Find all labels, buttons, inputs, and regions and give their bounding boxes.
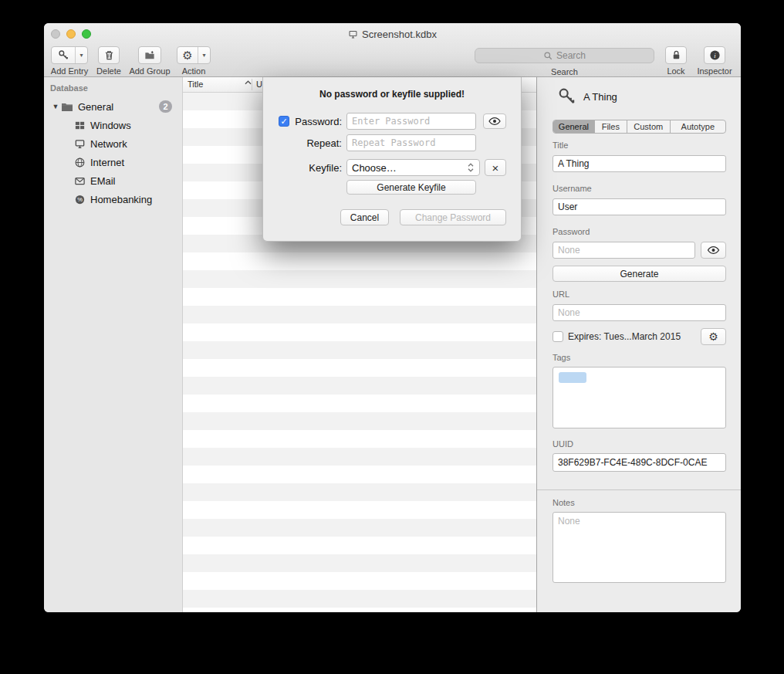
coin-icon: % (73, 193, 86, 205)
folder-plus-icon (144, 49, 156, 61)
sidebar-item-email[interactable]: EMail (44, 171, 182, 190)
toolbar-lock: Lock (654, 46, 698, 76)
tab-general[interactable]: General (553, 120, 595, 133)
lock-label: Lock (667, 66, 684, 76)
sidebar-item-label: EMail (90, 175, 116, 187)
inspector-divider (537, 489, 741, 490)
inspector-tabs: General Files Custom Autotype (553, 120, 726, 134)
title-field[interactable] (553, 155, 726, 172)
tags-box[interactable] (553, 367, 726, 428)
group-label: General (78, 101, 113, 113)
envelope-icon (73, 174, 86, 187)
toolbar-delete: Delete (93, 46, 125, 76)
cancel-button[interactable]: Cancel (340, 209, 389, 225)
add-group-button[interactable] (138, 46, 161, 64)
expires-label: Expires: Tues...March 2015 (568, 331, 681, 342)
action-label: Action (182, 66, 206, 76)
sidebar-item-internet[interactable]: Internet (44, 153, 182, 171)
monitor-icon (73, 137, 86, 150)
gear-icon: ⚙ (177, 47, 198, 63)
change-password-button[interactable]: Change Password (400, 209, 506, 225)
sort-ascending-icon (245, 80, 252, 85)
reveal-password-button[interactable] (483, 113, 506, 129)
gear-icon: ⚙ (708, 331, 718, 342)
sheet-message: No password or keyfile supplied! (263, 89, 521, 100)
add-entry-label: Add Entry (51, 66, 88, 76)
notes-label: Notes (553, 498, 575, 507)
inspector-label: Inspector (697, 66, 732, 76)
password-label: Password: (291, 116, 342, 127)
sidebar-item-label: Windows (90, 120, 131, 131)
eye-icon (707, 246, 720, 255)
lock-icon (671, 49, 682, 61)
clear-keyfile-button[interactable]: × (485, 159, 506, 176)
sidebar-item-label: Network (90, 138, 127, 150)
password-field-label: Password (553, 227, 590, 236)
reveal-password-button[interactable] (701, 242, 726, 259)
expires-checkbox[interactable]: ✓ (553, 331, 563, 342)
toolbar-add-entry: ▾ Add Entry (49, 46, 90, 76)
svg-text:%: % (77, 196, 83, 203)
tags-label: Tags (553, 353, 570, 362)
window-chrome[interactable]: Screenshot.kdbx ▾ Add Entry Delete (44, 23, 741, 77)
column-divider[interactable] (252, 79, 252, 90)
url-field[interactable] (553, 304, 726, 321)
password-input[interactable] (346, 113, 476, 130)
generate-keyfile-button[interactable]: Generate Keyfile (346, 180, 476, 195)
document-icon (348, 29, 358, 39)
sidebar: Database ▼ General 2 Windows Network (44, 77, 183, 612)
chevron-down-icon[interactable]: ▾ (76, 47, 87, 63)
inspector-panel: A Thing General Files Custom Autotype Ti… (536, 77, 741, 612)
trash-icon (103, 49, 115, 61)
eye-icon (488, 117, 501, 126)
info-icon: i (709, 49, 721, 61)
window-title-text: Screenshot.kdbx (362, 29, 437, 40)
password-checkbox[interactable]: ✓ (279, 116, 289, 127)
app-window: Screenshot.kdbx ▾ Add Entry Delete (44, 23, 741, 612)
search-icon (543, 51, 553, 61)
toolbar-action: ⚙ ▾ Action (174, 46, 214, 76)
key-icon (557, 86, 577, 107)
title-field-label: Title (553, 141, 568, 150)
inspector-button[interactable]: i (704, 46, 725, 64)
tab-custom[interactable]: Custom (627, 120, 671, 133)
generate-button[interactable]: Generate (553, 266, 726, 282)
toolbar-add-group: Add Group (124, 46, 175, 76)
globe-icon (73, 156, 86, 168)
tab-autotype[interactable]: Autotype (671, 120, 725, 133)
delete-button[interactable] (98, 46, 120, 64)
sidebar-item-label: Internet (90, 157, 124, 168)
close-x-icon: × (492, 161, 499, 174)
add-entry-button[interactable]: ▾ (51, 46, 88, 64)
expires-settings-button[interactable]: ⚙ (701, 328, 726, 345)
tag-pill[interactable] (559, 372, 586, 383)
password-field[interactable] (553, 242, 695, 259)
keyfile-popup[interactable]: Choose… (346, 159, 480, 176)
sidebar-item-network[interactable]: Network (44, 134, 182, 153)
uuid-label: UUID (553, 439, 573, 449)
lock-button[interactable] (665, 46, 687, 64)
key-plus-icon (52, 47, 76, 63)
notes-field[interactable] (553, 512, 726, 583)
sidebar-item-homebanking[interactable]: % Homebanking (44, 190, 182, 208)
uuid-field[interactable] (553, 453, 726, 472)
username-field[interactable] (553, 198, 726, 215)
keyfile-selected-value: Choose… (352, 162, 397, 174)
search-input[interactable]: Search (475, 48, 654, 63)
chevron-down-icon[interactable]: ▾ (198, 47, 210, 63)
search-placeholder: Search (556, 50, 586, 61)
toolbar-inspector: i Inspector (693, 46, 736, 76)
keyfile-label: Keyfile: (291, 162, 342, 174)
sidebar-group-general[interactable]: ▼ General 2 (44, 97, 182, 116)
tab-files[interactable]: Files (595, 120, 627, 133)
repeat-password-input[interactable] (346, 134, 476, 151)
disclosure-triangle-icon[interactable]: ▼ (50, 103, 61, 110)
sidebar-item-windows[interactable]: Windows (44, 116, 182, 134)
sidebar-items: Windows Network Internet EMail (44, 116, 182, 208)
column-header-username[interactable]: U (256, 80, 262, 89)
sidebar-header: Database (50, 83, 88, 93)
column-header-title[interactable]: Title (188, 80, 203, 89)
action-button[interactable]: ⚙ ▾ (177, 46, 211, 64)
add-group-label: Add Group (129, 66, 170, 76)
window-title: Screenshot.kdbx (44, 27, 741, 41)
